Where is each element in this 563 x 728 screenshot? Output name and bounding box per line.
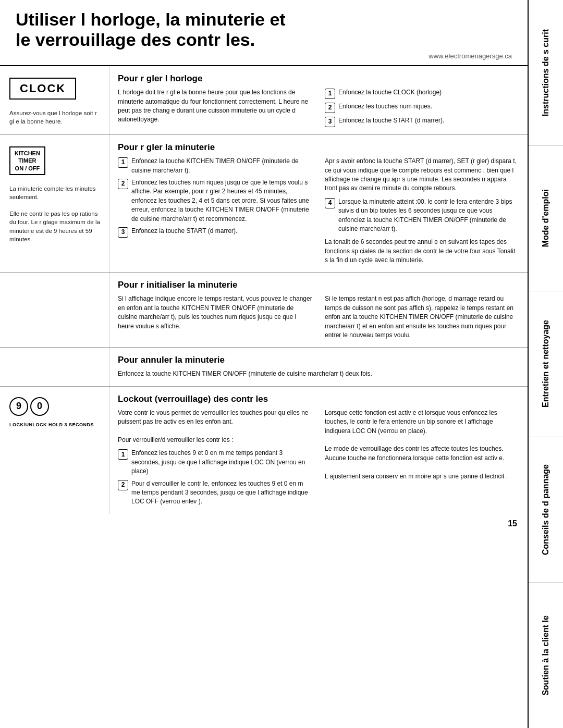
annuler-right: Pour annuler la minuterie Enfoncez la to… bbox=[109, 348, 528, 386]
kitchen-timer-box: KITCHEN TIMER ON / OFF bbox=[9, 146, 45, 175]
sidebar-section-1: Instructions de s curit bbox=[529, 0, 563, 146]
lockout-title: Lockout (verrouillage) des contr les bbox=[118, 394, 519, 404]
reinitialiser-right: Pour r initialiser la minuterie Si l aff… bbox=[109, 273, 528, 347]
lock-label: LOCK/UNLOCK HOLD 3 SECONDS bbox=[9, 422, 94, 427]
lockout-icons: 9 0 bbox=[9, 397, 49, 416]
lockout-section: 9 0 LOCK/UNLOCK HOLD 3 SECONDS Lockout (… bbox=[0, 387, 528, 514]
reinitialiser-left bbox=[0, 273, 109, 347]
reinitialiser-right-text: Si le temps restant n est pas affich (ho… bbox=[319, 294, 519, 340]
lockout-right-text: Lorsque cette fonction est activ e et lo… bbox=[325, 409, 519, 481]
lockout-step-num-1: 1 bbox=[118, 449, 128, 460]
lockout-step-1: 1 Enfoncez les touches 9 et 0 en m me te… bbox=[118, 449, 312, 476]
clock-steps-list: 1 Enfoncez la touche CLOCK (horloge) 2 E… bbox=[325, 88, 519, 127]
lockout-left-text: Votre contr le vous permet de verrouille… bbox=[118, 409, 312, 445]
timer-step-4: 4 Lorsque la minuterie atteint :00, le c… bbox=[325, 198, 519, 234]
timer-caption: La minuterie compte les minutes seulemen… bbox=[9, 184, 102, 243]
sidebar: Instructions de s curit Mode d'emploi En… bbox=[528, 0, 563, 728]
timer-title: Pour r gler la minuterie bbox=[118, 142, 519, 153]
timer-right-col: Apr s avoir enfonc la touche START (d ma… bbox=[319, 157, 519, 265]
annuler-section: Pour annuler la minuterie Enfoncez la to… bbox=[0, 348, 528, 386]
lockout-step-2: 2 Pour d verrouiller le contr le, enfonc… bbox=[118, 479, 312, 507]
reinitialiser-title: Pour r initialiser la minuterie bbox=[118, 280, 519, 290]
clock-box: CLOCK bbox=[9, 78, 76, 100]
sidebar-text-5: Soutien à la client le bbox=[541, 615, 550, 696]
timer-right: Pour r gler la minuterie 1 Enfoncez la t… bbox=[109, 135, 528, 272]
clock-left: CLOCK Assurez-vous que l horloge soit r … bbox=[0, 66, 109, 134]
annuler-left bbox=[0, 348, 109, 386]
clock-two-col: L horloge doit tre r gl e la bonne heure… bbox=[118, 88, 519, 127]
step-num-1: 1 bbox=[325, 89, 335, 99]
lockout-two-col: Votre contr le vous permet de verrouille… bbox=[118, 409, 519, 507]
timer-step-num-3: 3 bbox=[118, 227, 128, 238]
header: Utiliser l horloge, la minuterie et le v… bbox=[0, 0, 528, 66]
reinitialiser-two-col: Si l affichage indique encore le temps r… bbox=[118, 294, 519, 340]
step-num-3: 3 bbox=[325, 117, 335, 127]
timer-step-num-4: 4 bbox=[325, 198, 335, 208]
step-num-2: 2 bbox=[325, 103, 335, 113]
sidebar-section-3: Entretien et nettoyage bbox=[529, 291, 563, 437]
timer-step-num-1: 1 bbox=[118, 157, 128, 168]
lockout-left: 9 0 LOCK/UNLOCK HOLD 3 SECONDS bbox=[0, 387, 109, 514]
sidebar-text-1: Instructions de s curit bbox=[541, 29, 550, 116]
timer-left: KITCHEN TIMER ON / OFF La minuterie comp… bbox=[0, 135, 109, 272]
page-title: Utiliser l horloge, la minuterie et le v… bbox=[16, 9, 512, 50]
clock-body-text: L horloge doit tre r gl e la bonne heure… bbox=[118, 88, 319, 127]
clock-step-2: 2 Enfoncez les touches num riques. bbox=[325, 102, 519, 113]
clock-section: CLOCK Assurez-vous que l horloge soit r … bbox=[0, 66, 528, 135]
timer-step-num-2: 2 bbox=[118, 179, 128, 189]
website-url: www.electromenagersge.ca bbox=[16, 52, 512, 60]
reinitialiser-left-text: Si l affichage indique encore le temps r… bbox=[118, 294, 319, 340]
clock-step-3: 3 Enfoncez la touche START (d marrer). bbox=[325, 116, 519, 127]
lockout-right-col: Lorsque cette fonction est activ e et lo… bbox=[319, 409, 519, 507]
key-9: 9 bbox=[9, 397, 28, 416]
lockout-steps: 1 Enfoncez les touches 9 et 0 en m me te… bbox=[118, 449, 312, 506]
clock-step-1: 1 Enfoncez la touche CLOCK (horloge) bbox=[325, 88, 519, 99]
clock-caption: Assurez-vous que l horloge soit r gl e l… bbox=[9, 109, 102, 126]
sidebar-text-2: Mode d'emploi bbox=[541, 189, 550, 247]
clock-right: Pour r gler l horloge L horloge doit tre… bbox=[109, 66, 528, 134]
timer-steps-list: 1 Enfoncez la touche KITCHEN TIMER ON/OF… bbox=[118, 157, 312, 238]
sidebar-section-5: Soutien à la client le bbox=[529, 583, 563, 728]
clock-steps: 1 Enfoncez la touche CLOCK (horloge) 2 E… bbox=[319, 88, 519, 127]
sidebar-text-3: Entretien et nettoyage bbox=[541, 320, 550, 408]
lockout-left-col: Votre contr le vous permet de verrouille… bbox=[118, 409, 319, 507]
sidebar-section-2: Mode d'emploi bbox=[529, 146, 563, 292]
reinitialiser-section: Pour r initialiser la minuterie Si l aff… bbox=[0, 273, 528, 348]
timer-step-3: 3 Enfoncez la touche START (d marrer). bbox=[118, 227, 312, 238]
lockout-step-num-2: 2 bbox=[118, 480, 128, 490]
page: Utiliser l horloge, la minuterie et le v… bbox=[0, 0, 563, 728]
key-0: 0 bbox=[30, 397, 49, 416]
timer-two-col: 1 Enfoncez la touche KITCHEN TIMER ON/OF… bbox=[118, 157, 519, 265]
timer-steps-col: 1 Enfoncez la touche KITCHEN TIMER ON/OF… bbox=[118, 157, 319, 265]
sidebar-text-4: Conseils de d pannage bbox=[541, 464, 550, 555]
content-area: CLOCK Assurez-vous que l horloge soit r … bbox=[0, 66, 528, 534]
timer-step-2: 2 Enfoncez les touches num riques jusqu … bbox=[118, 178, 312, 224]
annuler-text: Enfoncez la touche KITCHEN TIMER ON/OFF … bbox=[118, 369, 519, 378]
sidebar-section-4: Conseils de d pannage bbox=[529, 437, 563, 583]
timer-section: KITCHEN TIMER ON / OFF La minuterie comp… bbox=[0, 135, 528, 273]
clock-title: Pour r gler l horloge bbox=[118, 73, 519, 84]
annuler-title: Pour annuler la minuterie bbox=[118, 355, 519, 365]
lockout-right: Lockout (verrouillage) des contr les Vot… bbox=[109, 387, 528, 514]
timer-step-1: 1 Enfoncez la touche KITCHEN TIMER ON/OF… bbox=[118, 157, 312, 175]
page-number: 15 bbox=[0, 514, 528, 534]
main-content: Utiliser l horloge, la minuterie et le v… bbox=[0, 0, 528, 728]
